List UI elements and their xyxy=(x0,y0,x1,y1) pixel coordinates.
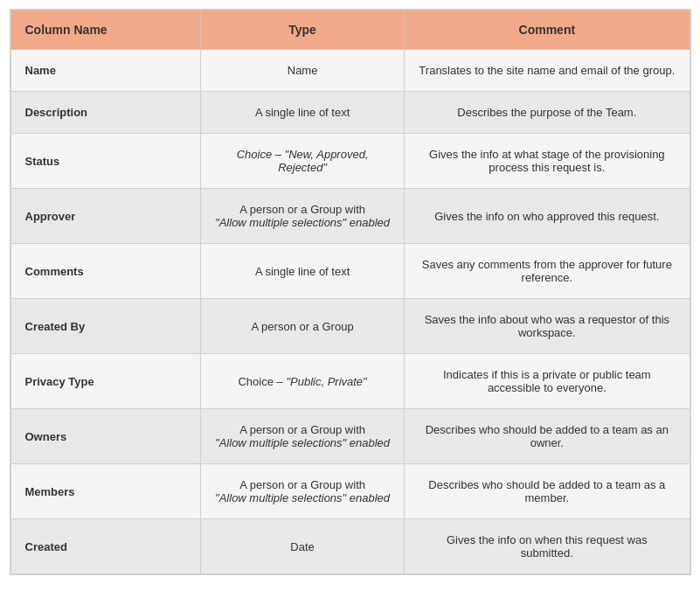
cell-type: Choice – "Public, Private" xyxy=(201,354,405,409)
cell-comment: Describes who should be added to a team … xyxy=(405,409,690,464)
header-comment: Comment xyxy=(405,10,690,50)
cell-type: Date xyxy=(201,519,405,574)
cell-type: A single line of text xyxy=(201,244,405,299)
table-row: Privacy TypeChoice – "Public, Private"In… xyxy=(10,354,690,409)
cell-column-name: Name xyxy=(10,50,201,92)
cell-comment: Gives the info at what stage of the prov… xyxy=(405,134,690,189)
cell-comment: Saves any comments from the approver for… xyxy=(405,244,690,299)
table-row: DescriptionA single line of textDescribe… xyxy=(10,92,690,134)
cell-type: A person or a Group with"Allow multiple … xyxy=(201,189,405,244)
table-row: StatusChoice – "New, Approved, Rejected"… xyxy=(10,134,690,189)
cell-column-name: Approver xyxy=(10,189,201,244)
cell-comment: Gives the info on when this request was … xyxy=(405,519,690,574)
cell-type: A person or a Group with"Allow multiple … xyxy=(201,464,405,519)
cell-type: Choice – "New, Approved, Rejected" xyxy=(201,134,405,189)
table-row: CommentsA single line of textSaves any c… xyxy=(10,244,690,299)
cell-column-name: Description xyxy=(10,92,201,134)
cell-comment: Indicates if this is a private or public… xyxy=(405,354,690,409)
table-row: ApproverA person or a Group with"Allow m… xyxy=(10,189,690,244)
cell-comment: Translates to the site name and email of… xyxy=(405,50,690,92)
cell-comment: Gives the info on who approved this requ… xyxy=(405,189,690,244)
header-column-name: Column Name xyxy=(10,10,201,50)
cell-column-name: Privacy Type xyxy=(10,354,201,409)
cell-comment: Saves the info about who was a requestor… xyxy=(405,299,690,354)
cell-comment: Describes the purpose of the Team. xyxy=(405,92,690,134)
main-table: Column Name Type Comment NameNameTransla… xyxy=(10,9,691,575)
cell-type: A single line of text xyxy=(201,92,405,134)
cell-column-name: Members xyxy=(10,464,201,519)
cell-column-name: Created xyxy=(10,519,201,574)
header-row: Column Name Type Comment xyxy=(10,10,690,50)
cell-column-name: Status xyxy=(10,134,201,189)
table-row: OwnersA person or a Group with"Allow mul… xyxy=(10,409,690,464)
table-row: NameNameTranslates to the site name and … xyxy=(10,50,690,92)
header-type: Type xyxy=(201,10,405,50)
cell-column-name: Comments xyxy=(10,244,201,299)
table-row: MembersA person or a Group with"Allow mu… xyxy=(10,464,690,519)
cell-column-name: Created By xyxy=(10,299,201,354)
cell-type: Name xyxy=(201,50,405,92)
table-row: CreatedDateGives the info on when this r… xyxy=(10,519,690,574)
table-row: Created ByA person or a GroupSaves the i… xyxy=(10,299,690,354)
cell-type: A person or a Group xyxy=(201,299,405,354)
cell-column-name: Owners xyxy=(10,409,201,464)
cell-type: A person or a Group with"Allow multiple … xyxy=(201,409,405,464)
cell-comment: Describes who should be added to a team … xyxy=(405,464,690,519)
